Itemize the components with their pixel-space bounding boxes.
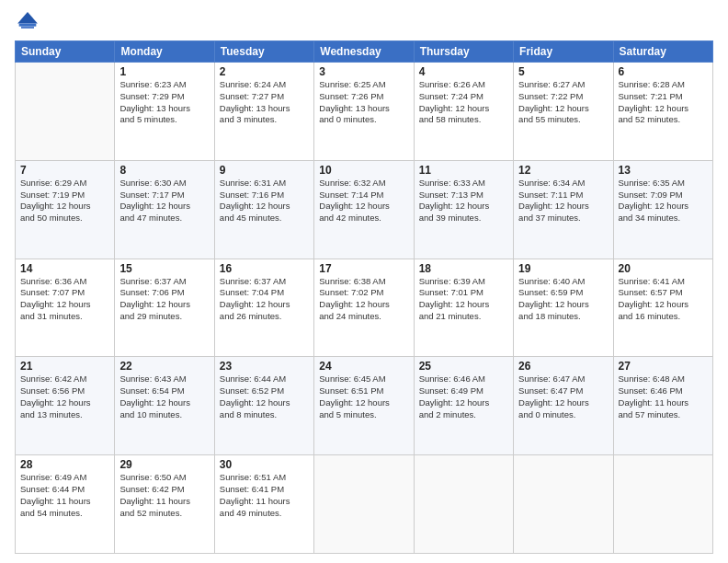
calendar-header-saturday: Saturday [613,41,712,63]
calendar-header-tuesday: Tuesday [214,41,313,63]
calendar-cell: 14Sunrise: 6:36 AM Sunset: 7:07 PM Dayli… [16,259,115,357]
page: SundayMondayTuesdayWednesdayThursdayFrid… [0,0,728,563]
day-info: Sunrise: 6:39 AM Sunset: 7:01 PM Dayligh… [419,276,508,323]
day-number: 2 [220,65,309,78]
calendar-cell: 26Sunrise: 6:47 AM Sunset: 6:47 PM Dayli… [514,357,613,455]
day-number: 9 [220,164,309,177]
day-info: Sunrise: 6:51 AM Sunset: 6:41 PM Dayligh… [220,472,309,519]
calendar-cell: 18Sunrise: 6:39 AM Sunset: 7:01 PM Dayli… [414,259,513,357]
day-info: Sunrise: 6:23 AM Sunset: 7:29 PM Dayligh… [119,79,209,126]
day-number: 4 [419,65,508,78]
day-number: 28 [20,458,109,471]
calendar-cell: 4Sunrise: 6:26 AM Sunset: 7:24 PM Daylig… [414,63,513,161]
calendar-table: SundayMondayTuesdayWednesdayThursdayFrid… [15,40,713,554]
calendar-week-3: 21Sunrise: 6:42 AM Sunset: 6:56 PM Dayli… [16,357,713,455]
day-number: 12 [518,164,608,177]
day-number: 23 [220,360,309,373]
calendar-cell: 13Sunrise: 6:35 AM Sunset: 7:09 PM Dayli… [613,160,712,259]
calendar-cell: 6Sunrise: 6:28 AM Sunset: 7:21 PM Daylig… [613,63,712,161]
calendar-header-row: SundayMondayTuesdayWednesdayThursdayFrid… [16,41,713,63]
day-info: Sunrise: 6:41 AM Sunset: 6:57 PM Dayligh… [619,276,708,323]
day-info: Sunrise: 6:47 AM Sunset: 6:47 PM Dayligh… [518,373,608,420]
calendar-cell [514,455,613,554]
day-number: 1 [119,65,209,78]
day-number: 27 [619,360,708,373]
day-number: 21 [20,360,109,373]
calendar-cell: 22Sunrise: 6:43 AM Sunset: 6:54 PM Dayli… [115,357,214,455]
day-info: Sunrise: 6:26 AM Sunset: 7:24 PM Dayligh… [419,79,508,126]
calendar-cell: 10Sunrise: 6:32 AM Sunset: 7:14 PM Dayli… [314,160,414,259]
svg-marker-0 [17,12,38,23]
calendar-cell: 30Sunrise: 6:51 AM Sunset: 6:41 PM Dayli… [214,455,313,554]
calendar-header-monday: Monday [115,41,214,63]
calendar-cell: 25Sunrise: 6:46 AM Sunset: 6:49 PM Dayli… [414,357,513,455]
calendar-cell: 9Sunrise: 6:31 AM Sunset: 7:16 PM Daylig… [214,160,313,259]
svg-rect-1 [19,24,37,27]
calendar-cell: 23Sunrise: 6:44 AM Sunset: 6:52 PM Dayli… [214,357,313,455]
calendar-cell: 1Sunrise: 6:23 AM Sunset: 7:29 PM Daylig… [115,63,214,161]
day-info: Sunrise: 6:27 AM Sunset: 7:22 PM Dayligh… [518,79,608,126]
calendar-cell: 3Sunrise: 6:25 AM Sunset: 7:26 PM Daylig… [314,63,414,161]
day-info: Sunrise: 6:32 AM Sunset: 7:14 PM Dayligh… [319,178,408,224]
day-number: 30 [220,458,309,471]
day-info: Sunrise: 6:46 AM Sunset: 6:49 PM Dayligh… [419,373,508,420]
day-info: Sunrise: 6:50 AM Sunset: 6:42 PM Dayligh… [119,472,209,519]
day-number: 20 [619,262,708,275]
day-info: Sunrise: 6:24 AM Sunset: 7:27 PM Dayligh… [220,79,309,126]
day-info: Sunrise: 6:45 AM Sunset: 6:51 PM Dayligh… [319,373,408,420]
calendar-cell: 12Sunrise: 6:34 AM Sunset: 7:11 PM Dayli… [514,160,613,259]
calendar-cell [414,455,513,554]
day-info: Sunrise: 6:42 AM Sunset: 6:56 PM Dayligh… [20,373,109,420]
calendar-cell: 20Sunrise: 6:41 AM Sunset: 6:57 PM Dayli… [613,259,712,357]
calendar-cell [613,455,712,554]
calendar-cell: 7Sunrise: 6:29 AM Sunset: 7:19 PM Daylig… [16,160,115,259]
day-info: Sunrise: 6:30 AM Sunset: 7:17 PM Dayligh… [119,178,209,224]
day-number: 5 [518,65,608,78]
day-number: 15 [119,262,209,275]
calendar-cell: 2Sunrise: 6:24 AM Sunset: 7:27 PM Daylig… [214,63,313,161]
day-info: Sunrise: 6:36 AM Sunset: 7:07 PM Dayligh… [20,276,109,323]
day-info: Sunrise: 6:31 AM Sunset: 7:16 PM Dayligh… [220,178,309,224]
day-number: 25 [419,360,508,373]
calendar-cell [16,63,115,161]
calendar-header-thursday: Thursday [414,41,513,63]
day-number: 8 [119,164,209,177]
day-number: 16 [220,262,309,275]
day-number: 22 [119,360,209,373]
calendar-week-1: 7Sunrise: 6:29 AM Sunset: 7:19 PM Daylig… [16,160,713,259]
calendar-cell: 17Sunrise: 6:38 AM Sunset: 7:02 PM Dayli… [314,259,414,357]
calendar-cell: 19Sunrise: 6:40 AM Sunset: 6:59 PM Dayli… [514,259,613,357]
day-number: 6 [619,65,708,78]
day-info: Sunrise: 6:43 AM Sunset: 6:54 PM Dayligh… [119,373,209,420]
day-number: 14 [20,262,109,275]
day-info: Sunrise: 6:48 AM Sunset: 6:46 PM Dayligh… [619,373,708,420]
day-number: 29 [119,458,209,471]
calendar-cell: 29Sunrise: 6:50 AM Sunset: 6:42 PM Dayli… [115,455,214,554]
day-info: Sunrise: 6:49 AM Sunset: 6:44 PM Dayligh… [20,472,109,519]
day-number: 13 [619,164,708,177]
day-number: 19 [518,262,608,275]
day-info: Sunrise: 6:33 AM Sunset: 7:13 PM Dayligh… [419,178,508,224]
calendar-week-2: 14Sunrise: 6:36 AM Sunset: 7:07 PM Dayli… [16,259,713,357]
day-info: Sunrise: 6:37 AM Sunset: 7:04 PM Dayligh… [220,276,309,323]
calendar-cell: 16Sunrise: 6:37 AM Sunset: 7:04 PM Dayli… [214,259,313,357]
day-info: Sunrise: 6:37 AM Sunset: 7:06 PM Dayligh… [119,276,209,323]
logo [15,9,42,35]
calendar-cell: 27Sunrise: 6:48 AM Sunset: 6:46 PM Dayli… [613,357,712,455]
day-info: Sunrise: 6:38 AM Sunset: 7:02 PM Dayligh… [319,276,408,323]
calendar-cell: 15Sunrise: 6:37 AM Sunset: 7:06 PM Dayli… [115,259,214,357]
day-number: 17 [319,262,408,275]
calendar-week-0: 1Sunrise: 6:23 AM Sunset: 7:29 PM Daylig… [16,63,713,161]
day-info: Sunrise: 6:44 AM Sunset: 6:52 PM Dayligh… [220,373,309,420]
day-number: 3 [319,65,408,78]
calendar-cell: 5Sunrise: 6:27 AM Sunset: 7:22 PM Daylig… [514,63,613,161]
calendar-cell [314,455,414,554]
day-number: 26 [518,360,608,373]
header [15,9,713,35]
day-info: Sunrise: 6:35 AM Sunset: 7:09 PM Dayligh… [619,178,708,224]
day-info: Sunrise: 6:40 AM Sunset: 6:59 PM Dayligh… [518,276,608,323]
calendar-cell: 24Sunrise: 6:45 AM Sunset: 6:51 PM Dayli… [314,357,414,455]
calendar-header-sunday: Sunday [16,41,115,63]
calendar-header-friday: Friday [514,41,613,63]
day-info: Sunrise: 6:34 AM Sunset: 7:11 PM Dayligh… [518,178,608,224]
